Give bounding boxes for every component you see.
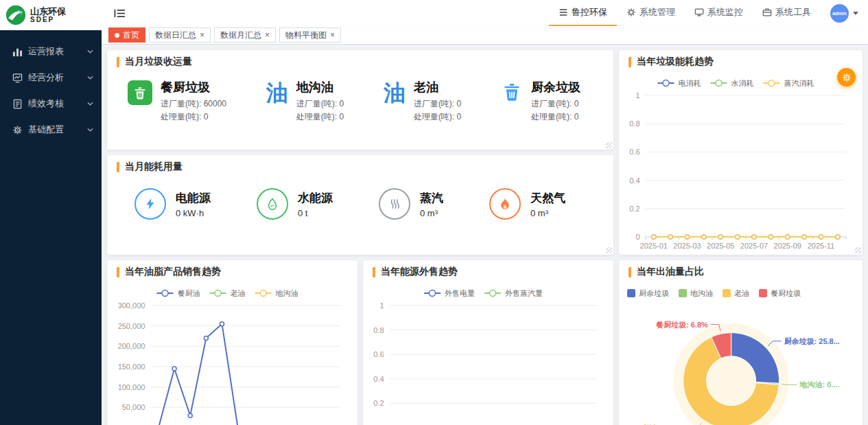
energy-value: 0 m³ [420, 208, 443, 218]
tags-view-bar: 首页 数据日汇总 × 数据月汇总 × 物料平衡图 × [102, 26, 868, 45]
waste-item-digou-oil: 油 地沟油 进厂量(吨): 0 处理量(吨): 0 [266, 79, 344, 123]
energy-items: 电能源 0 kW·h 水能源 0 t [107, 179, 613, 220]
tab-material-balance[interactable]: 物料平衡图 × [279, 27, 341, 43]
sidebar-item-base-config[interactable]: 基础配置 [0, 117, 102, 143]
card-title-text: 当年油脂产品销售趋势 [125, 266, 221, 278]
title-accent-bar [117, 267, 119, 277]
svg-text:2025-07: 2025-07 [740, 242, 768, 250]
waste-items: 餐厨垃圾 进厂量(吨): 60000 处理量(吨): 0 油 地沟油 进厂量(吨… [107, 73, 613, 123]
close-icon[interactable]: × [200, 31, 204, 39]
svg-text:水消耗: 水消耗 [731, 79, 754, 87]
title-accent-bar [629, 267, 631, 277]
waste-item-name: 厨余垃圾 [531, 79, 580, 95]
chevron-down-icon[interactable] [853, 12, 858, 15]
nav-system-management[interactable]: 系统管理 [617, 0, 685, 26]
energy-name: 天然气 [530, 190, 565, 206]
waste-in-amount: 进厂量(吨): 60000 [161, 97, 226, 111]
dashboard-content: 当月垃圾收运量 餐厨垃圾 进厂量(吨): 60000 处理量(吨): 0 [102, 45, 868, 425]
energy-name: 蒸汽 [420, 190, 443, 206]
waste-item-name: 老油 [414, 79, 461, 95]
sidebar-item-label: 绩效考核 [28, 97, 82, 110]
svg-text:0.4: 0.4 [629, 176, 640, 185]
energy-value: 0 kW·h [176, 208, 211, 218]
svg-text:2025-11: 2025-11 [808, 242, 835, 250]
settings-fab-button[interactable] [837, 68, 856, 87]
nav-lukong-env[interactable]: 鲁控环保 [549, 0, 617, 26]
oil-ratio-card: 当年出油量占比 厨余垃圾地沟油老油餐厨垃圾厨余垃圾: 25.8...地沟油: 0… [619, 260, 863, 425]
energy-item-water: 水能源 0 t [257, 188, 333, 220]
waste-processed-amount: 处理量(吨): 0 [161, 111, 226, 124]
app-root: 山东环保 SDEP 运营报表 经营分析 [0, 0, 868, 425]
svg-text:厨余垃圾: 25.8...: 厨余垃圾: 25.8... [784, 337, 840, 345]
energy-item-gas: 天然气 0 m³ [489, 188, 565, 220]
topbar-nav: 鲁控环保 系统管理 系统监控 [549, 0, 858, 26]
energy-item-text: 电能源 0 kW·h [176, 190, 211, 218]
oil-character-icon: 油 [384, 80, 406, 105]
document-icon [12, 99, 23, 109]
chevron-down-icon [87, 49, 93, 54]
flame-icon [489, 188, 521, 220]
svg-text:1: 1 [635, 91, 640, 100]
sidebar-item-business-analysis[interactable]: 经营分析 [0, 65, 102, 91]
main-area: 鲁控环保 系统管理 系统监控 [102, 0, 868, 425]
avatar[interactable]: admin [830, 4, 849, 23]
nav-system-tools[interactable]: 系统工具 [753, 0, 821, 26]
svg-text:50,000: 50,000 [122, 403, 145, 411]
waste-item-old-oil: 油 老油 进厂量(吨): 0 处理量(吨): 0 [384, 79, 461, 123]
nav-label: 系统管理 [640, 6, 675, 19]
water-drop-icon [257, 188, 288, 220]
card-title: 当年油脂产品销售趋势 [107, 260, 357, 284]
blue-trash-bin-icon [501, 80, 523, 102]
close-icon[interactable]: × [265, 31, 270, 39]
yearly-energy-trend-card: 当年垃圾能耗趋势 电消耗水消耗蒸汽消耗00.20.40.60.812025-01… [619, 50, 863, 255]
energy-item-electric: 电能源 0 kW·h [134, 188, 211, 220]
energy-trend-chart: 电消耗水消耗蒸汽消耗00.20.40.60.812025-012025-0320… [622, 73, 860, 255]
svg-text:150,000: 150,000 [118, 363, 145, 371]
svg-text:地沟油: 0....: 地沟油: 0.... [799, 380, 839, 389]
energy-name: 水能源 [298, 190, 333, 206]
bottom-row-left: 当年油脂产品销售趋势 餐厨油老油地沟油050,000100,000150,000… [107, 260, 613, 425]
svg-text:外售电量: 外售电量 [445, 289, 475, 297]
app-logo: 山东环保 SDEP [0, 0, 102, 30]
sidebar-item-performance-review[interactable]: 绩效考核 [0, 91, 102, 117]
tab-home[interactable]: 首页 [108, 27, 145, 43]
monthly-energy-card: 当月能耗用量 电能源 0 kW·h [107, 155, 613, 255]
energy-sale-trend-card: 当年能源外售趋势 外售电量外售蒸汽量00.20.40.60.812025-012… [363, 260, 613, 425]
svg-text:0.8: 0.8 [629, 119, 640, 128]
gear-icon [12, 125, 23, 135]
nav-system-monitor[interactable]: 系统监控 [685, 0, 753, 26]
sidebar: 山东环保 SDEP 运营报表 经营分析 [0, 0, 102, 425]
user-menu[interactable]: admin [830, 4, 858, 23]
nav-label: 鲁控环保 [572, 6, 607, 19]
svg-text:厨余垃圾: 厨余垃圾 [639, 289, 669, 297]
svg-text:0: 0 [635, 233, 640, 241]
sidebar-collapse-button[interactable] [111, 5, 128, 21]
svg-text:蒸汽消耗: 蒸汽消耗 [784, 79, 814, 87]
monitor-icon [694, 8, 704, 17]
close-icon[interactable]: × [330, 31, 335, 39]
energy-item-text: 蒸汽 0 m³ [420, 190, 443, 218]
sidebar-item-label: 运营报表 [28, 45, 82, 58]
tab-label: 首页 [123, 30, 139, 41]
tab-active-dot [115, 33, 119, 38]
svg-text:外售蒸汽量: 外售蒸汽量 [505, 289, 543, 297]
svg-text:0.2: 0.2 [629, 205, 640, 213]
tab-monthly-data-summary[interactable]: 数据月汇总 × [214, 27, 276, 43]
waste-item-text: 餐厨垃圾 进厂量(吨): 60000 处理量(吨): 0 [161, 79, 226, 123]
logo-subtitle: SDEP [30, 16, 66, 24]
analysis-icon [12, 73, 23, 83]
waste-processed-amount: 处理量(吨): 0 [296, 111, 344, 124]
sidebar-item-operation-report[interactable]: 运营报表 [0, 38, 102, 65]
svg-text:250,000: 250,000 [118, 322, 145, 330]
energy-item-steam: 蒸汽 0 m³ [379, 188, 443, 220]
chevron-down-icon [87, 76, 93, 80]
svg-text:2025-09: 2025-09 [774, 242, 801, 250]
tab-label: 数据日汇总 [155, 30, 196, 41]
tab-label: 物料平衡图 [285, 30, 327, 41]
svg-text:2025-03: 2025-03 [673, 242, 701, 250]
oil-sales-chart: 餐厨油老油地沟油050,000100,000150,000200,000250,… [110, 284, 355, 425]
tab-daily-data-summary[interactable]: 数据日汇总 × [149, 27, 211, 43]
svg-text:0.8: 0.8 [373, 326, 384, 334]
nav-label: 系统监控 [707, 6, 743, 19]
svg-text:餐厨垃圾: 6.8%: 餐厨垃圾: 6.8% [655, 321, 708, 329]
